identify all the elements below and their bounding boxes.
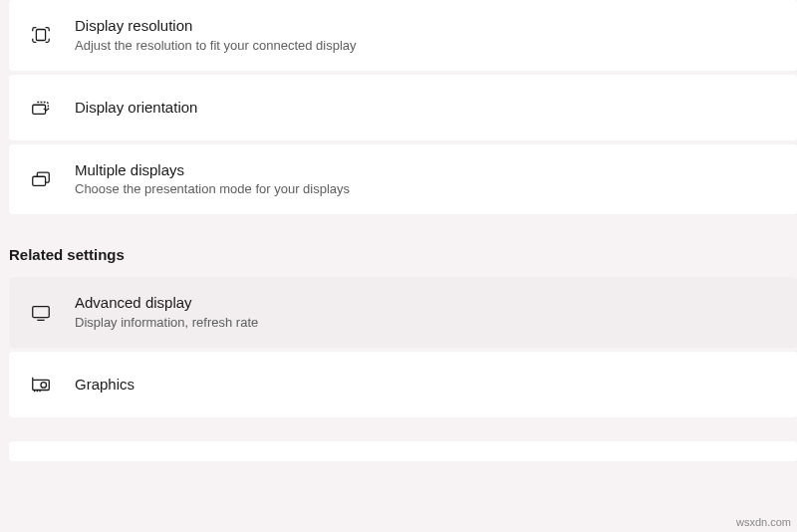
setting-multiple-displays[interactable]: Multiple displays Choose the presentatio…	[9, 144, 797, 215]
monitor-icon	[29, 301, 53, 325]
svg-rect-3	[33, 306, 50, 317]
setting-display-orientation[interactable]: Display orientation	[9, 75, 797, 140]
svg-rect-1	[33, 105, 46, 114]
settings-group-scale-layout: Display resolution Adjust the resolution…	[0, 0, 797, 461]
setting-title: Display resolution	[75, 16, 357, 36]
watermark: wsxdn.com	[736, 516, 791, 528]
svg-rect-0	[36, 30, 45, 41]
setting-title: Advanced display	[75, 293, 258, 313]
setting-subtitle: Adjust the resolution to fit your connec…	[75, 37, 357, 55]
setting-item-partial[interactable]	[9, 441, 797, 461]
setting-title: Multiple displays	[75, 160, 350, 180]
setting-graphics[interactable]: Graphics	[9, 352, 797, 417]
multiple-displays-icon	[29, 167, 53, 191]
setting-title: Graphics	[75, 375, 134, 395]
related-settings-header: Related settings	[9, 218, 797, 277]
orientation-icon	[29, 96, 53, 120]
svg-rect-2	[33, 176, 46, 185]
graphics-card-icon	[29, 373, 53, 397]
setting-advanced-display[interactable]: Advanced display Display information, re…	[9, 277, 797, 348]
resolution-icon	[29, 23, 53, 47]
setting-display-resolution[interactable]: Display resolution Adjust the resolution…	[9, 0, 797, 71]
setting-subtitle: Choose the presentation mode for your di…	[75, 180, 350, 198]
setting-title: Display orientation	[75, 98, 197, 118]
setting-subtitle: Display information, refresh rate	[75, 314, 258, 332]
svg-point-6	[41, 383, 47, 389]
